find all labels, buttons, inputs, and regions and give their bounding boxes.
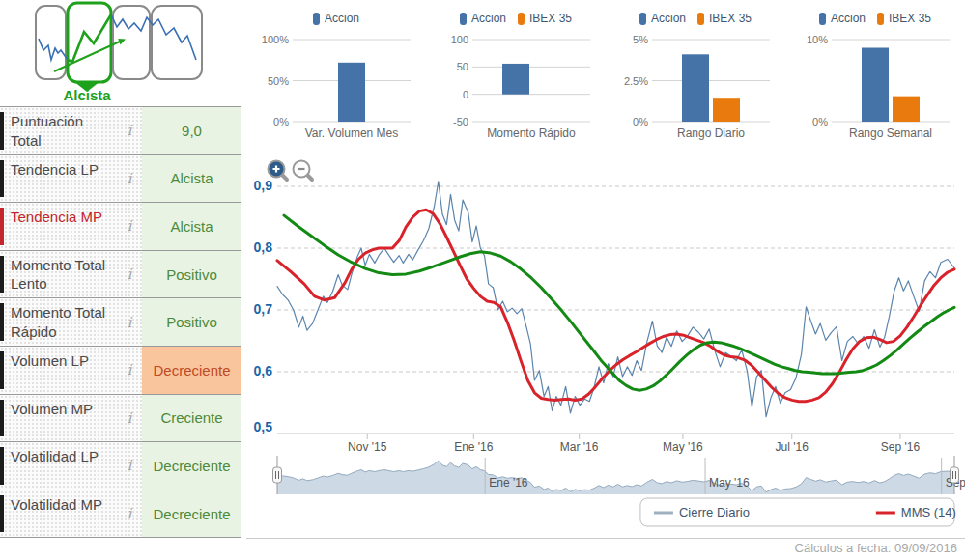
score-value: Positivo [142, 251, 241, 298]
legend-item-accion[interactable]: Accion [819, 12, 866, 25]
bar-ibex-35 [713, 98, 740, 122]
row-label: Volumen MP [4, 395, 117, 442]
legend-label: Accion [651, 12, 686, 25]
mini-chart-canvas: 0%10%Rango Semanal [785, 30, 965, 144]
info-icon[interactable]: i [117, 347, 142, 394]
x-axis-label: Mar '16 [560, 440, 599, 454]
score-value: Positivo [142, 298, 241, 346]
score-row-6: Volumen MPiCreciente [0, 395, 241, 443]
legend-item-ibex-35[interactable]: IBEX 35 [697, 12, 752, 25]
trend-selector-label: Alcista [29, 87, 145, 103]
row-label: Tendencia MP [4, 203, 117, 250]
x-axis-label: Ene '16 [454, 440, 494, 454]
legend-label: IBEX 35 [709, 12, 752, 25]
y-tick-label: 100% [262, 34, 289, 45]
info-icon[interactable]: i [117, 251, 142, 298]
score-row-2: Tendencia MPiAlcista [0, 203, 241, 251]
score-panel: Alcista Puntuación Totali9,0Tendencia LP… [0, 0, 241, 538]
info-icon[interactable]: i [117, 107, 142, 154]
y-tick-label: 10% [807, 34, 828, 45]
legend-label: Accion [471, 12, 506, 25]
zoom-out-button[interactable] [294, 161, 313, 181]
chart-legend: Cierre DiarioMMS (14)MMS (40) [640, 498, 965, 526]
row-label: Momento Total Lento [4, 251, 117, 298]
y-tick-label: 100 [451, 34, 468, 45]
x-axis-label: Jul '16 [776, 440, 809, 454]
score-value: Creciente [142, 395, 241, 442]
price-chart-canvas: 0,50,60,70,80,9Nov '15Ene '16Mar '16May … [246, 147, 965, 538]
zoom-in-button[interactable] [269, 161, 288, 181]
legend-marker [313, 13, 320, 25]
row-label: Volatilidad LP [4, 442, 117, 490]
legend-marker [819, 13, 826, 25]
x-axis-label: Nov '15 [348, 440, 387, 454]
row-label: Momento Total Rápido [4, 298, 117, 346]
score-row-1: Tendencia LPiAlcista [0, 155, 241, 204]
score-table: Puntuación Totali9,0Tendencia LPiAlcista… [0, 106, 241, 538]
mini-chart-3: AccionIBEX 350%10%Rango Semanal [785, 0, 965, 147]
legend-item-accion[interactable]: Accion [460, 12, 506, 25]
bar-accion [502, 64, 529, 95]
bar-ibex-35 [893, 97, 920, 122]
navigator-right-handle[interactable] [951, 467, 959, 483]
legend-marker [639, 13, 646, 25]
series-cierre-diario [277, 182, 954, 417]
info-icon[interactable]: i [117, 442, 142, 490]
info-icon[interactable]: i [117, 490, 142, 538]
legend-label: IBEX 35 [889, 12, 931, 25]
legend-marker [697, 13, 704, 25]
y-tick-label: 2.5% [624, 75, 648, 87]
row-label: Tendencia LP [4, 155, 117, 203]
main-price-chart: 0,50,60,70,80,9Nov '15Ene '16Mar '16May … [246, 147, 965, 538]
navigator-left-handle[interactable] [273, 467, 282, 483]
charts-panel: Accion0%50%100%Var. Volumen MesAccionIBE… [246, 0, 965, 539]
y-tick-label: 0% [273, 116, 289, 127]
legend-item-accion[interactable]: Accion [313, 12, 359, 25]
mini-chart-canvas: 0%2.5%5%Rango Diario [606, 30, 785, 144]
trend-state-cell-1[interactable] [68, 3, 111, 82]
navigator-area[interactable] [277, 461, 954, 494]
mini-chart-2: AccionIBEX 350%2.5%5%Rango Diario [606, 0, 785, 147]
mini-chart-legend: Accion [246, 0, 426, 30]
info-icon[interactable]: i [117, 395, 142, 442]
score-value: Alcista [142, 203, 241, 250]
legend-item-accion[interactable]: Accion [639, 12, 686, 25]
score-row-3: Momento Total LentoiPositivo [0, 251, 241, 299]
mini-chart-0: Accion0%50%100%Var. Volumen Mes [246, 0, 426, 147]
legend-marker [518, 13, 525, 25]
row-label: Volatilidad MP [4, 490, 117, 538]
y-tick-label: 50% [268, 75, 289, 87]
row-label: Puntuación Total [4, 107, 117, 154]
score-row-0: Puntuación Totali9,0 [0, 107, 241, 155]
score-row-7: Volatilidad LPiDecreciente [0, 442, 241, 490]
info-icon[interactable]: i [117, 298, 142, 346]
mini-chart-1: AccionIBEX 35-50050100Momento Rápido [426, 0, 606, 147]
info-icon[interactable]: i [117, 155, 142, 203]
trend-state-cell-3[interactable] [152, 6, 202, 79]
legend-marker [460, 13, 467, 25]
info-icon[interactable]: i [117, 203, 142, 250]
y-axis-label: 0,8 [254, 239, 273, 255]
trend-selector[interactable]: Alcista [0, 0, 241, 106]
mini-chart-canvas: -50050100Momento Rápido [426, 30, 606, 144]
score-value: Decreciente [142, 442, 241, 490]
score-row-8: Volatilidad MPiDecreciente [0, 490, 241, 539]
y-tick-label: 50 [457, 61, 468, 72]
score-row-4: Momento Total RápidoiPositivo [0, 298, 241, 347]
score-value: Decreciente [142, 347, 241, 394]
mini-chart-legend: AccionIBEX 35 [785, 0, 965, 30]
bar-accion [862, 48, 889, 123]
y-tick-label: 5% [633, 34, 648, 45]
bar-accion [682, 54, 709, 122]
y-tick-label: -50 [453, 116, 468, 127]
mini-chart-legend: AccionIBEX 35 [606, 0, 785, 30]
legend-item-ibex-35[interactable]: IBEX 35 [518, 12, 572, 25]
y-axis-label: 0,5 [254, 419, 273, 434]
y-tick-label: 0% [633, 116, 648, 127]
legend-label: IBEX 35 [529, 12, 572, 25]
legend-item-ibex-35[interactable]: IBEX 35 [877, 12, 931, 25]
mini-chart-legend: AccionIBEX 35 [426, 0, 606, 30]
navigator-label: May '16 [709, 476, 750, 490]
calculation-date-caption: Cálculos a fecha: 09/09/2016 [795, 541, 957, 555]
mini-charts-row: Accion0%50%100%Var. Volumen MesAccionIBE… [246, 0, 965, 147]
